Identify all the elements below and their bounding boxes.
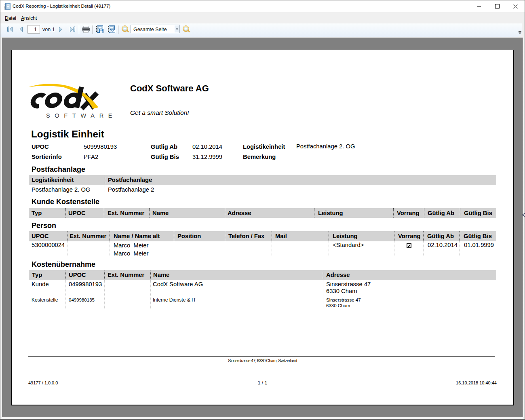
svg-text:SOFTWARE: SOFTWARE xyxy=(46,112,117,119)
